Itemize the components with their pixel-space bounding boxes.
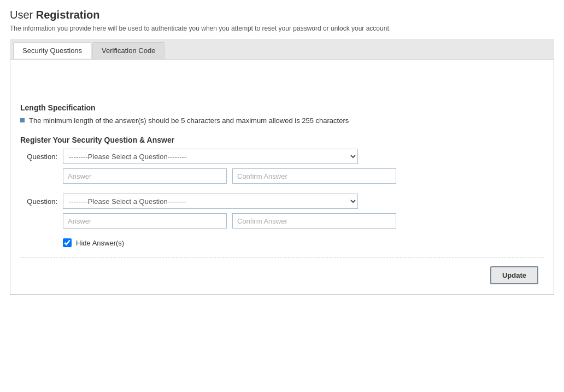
confirm-answer2-input[interactable] xyxy=(232,213,396,229)
question2-row: Question: --------Please Select a Questi… xyxy=(20,194,544,209)
register-section: Register Your Security Question & Answer… xyxy=(20,136,544,247)
footer-row: Update xyxy=(20,266,544,284)
hide-answers-checkbox[interactable] xyxy=(63,238,72,247)
update-button[interactable]: Update xyxy=(490,266,538,284)
question2-label: Question: xyxy=(20,197,57,206)
info-text: The minimum length of the answer(s) shou… xyxy=(29,116,349,125)
section-divider xyxy=(20,257,544,258)
answer1-row xyxy=(20,168,544,184)
question1-row: Question: --------Please Select a Questi… xyxy=(20,149,544,164)
title-bold: Registration xyxy=(36,9,100,21)
page-subtitle: The information you provide here will be… xyxy=(10,25,554,32)
tabs-container: Security Questions Verification Code xyxy=(10,39,554,60)
question2-select[interactable]: --------Please Select a Question-------- xyxy=(63,194,358,209)
page-container: User Registration The information you pr… xyxy=(0,0,564,392)
bullet-icon xyxy=(20,118,25,122)
question1-label: Question: xyxy=(20,153,57,161)
answer2-input[interactable] xyxy=(63,213,227,229)
tab-verification-code[interactable]: Verification Code xyxy=(92,42,164,59)
section-spacer xyxy=(20,71,544,103)
question1-select[interactable]: --------Please Select a Question-------- xyxy=(63,149,358,164)
main-content: Length Specification The minimum length … xyxy=(10,60,554,295)
answer2-row xyxy=(20,213,544,229)
hide-answers-label: Hide Answer(s) xyxy=(76,239,124,247)
confirm-answer1-input[interactable] xyxy=(232,168,396,184)
register-section-title: Register Your Security Question & Answer xyxy=(20,136,544,144)
checkbox-row: Hide Answer(s) xyxy=(20,238,544,247)
length-spec-title: Length Specification xyxy=(20,103,544,112)
tab-security-questions[interactable]: Security Questions xyxy=(13,42,91,59)
info-list: The minimum length of the answer(s) shou… xyxy=(20,116,544,125)
tabs-row: Security Questions Verification Code xyxy=(13,42,554,59)
info-list-item: The minimum length of the answer(s) shou… xyxy=(20,116,544,125)
title-normal: User xyxy=(10,9,33,21)
page-title: User Registration xyxy=(10,9,554,21)
page-header: User Registration The information you pr… xyxy=(10,9,554,32)
answer1-input[interactable] xyxy=(63,168,227,184)
